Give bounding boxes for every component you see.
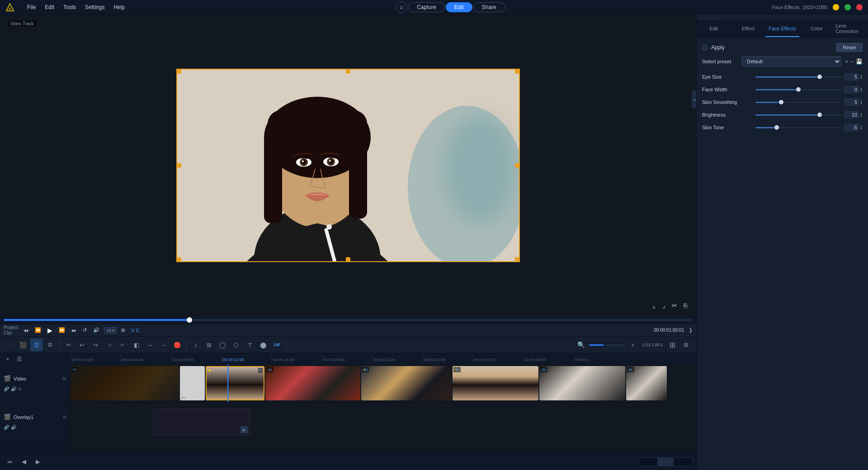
face-width-spin-down[interactable]: ▼ (860, 89, 863, 92)
tb-text[interactable]: T (244, 338, 256, 351)
overlay-clip1[interactable]: ↙ (153, 409, 250, 436)
tab-lens-correction[interactable]: Lens Correction (834, 20, 868, 37)
tb-gif[interactable]: GIF (271, 338, 283, 351)
menu-file[interactable]: File (24, 3, 39, 11)
scrubber-thumb[interactable] (187, 317, 192, 323)
tb-zoom-in[interactable]: + (627, 338, 639, 351)
menu-edit[interactable]: Edit (41, 3, 58, 11)
skin-smoothing-input[interactable] (844, 99, 859, 106)
timeline-add-btn[interactable]: + (3, 354, 13, 364)
timeline-layout-btn[interactable]: ☰ (14, 354, 24, 364)
brightness-track[interactable] (755, 114, 841, 116)
brightness-spin-down[interactable]: ▼ (860, 115, 863, 118)
tab-effect[interactable]: Effect (731, 20, 765, 37)
tb-settings2[interactable]: ⚙ (680, 338, 693, 351)
tb-trim-start[interactable]: ⊣ (103, 338, 116, 351)
nav-share[interactable]: Share (473, 2, 505, 12)
overlay-mute-icon[interactable]: 🔊 (11, 425, 16, 430)
reset-button[interactable]: Reset (836, 43, 863, 52)
handle-rm[interactable] (515, 163, 519, 168)
overlay-track-expand[interactable]: ⊞ (62, 414, 66, 419)
tb-timeline[interactable]: ☰ (30, 338, 43, 351)
handle-tl[interactable] (177, 69, 181, 74)
tb-undo[interactable]: ↩ (76, 338, 89, 351)
tb-media[interactable]: ⬛ (17, 338, 29, 351)
skin-tone-thumb[interactable] (774, 125, 779, 130)
bt-home[interactable]: ⏮ (4, 456, 16, 468)
skin-tone-track[interactable] (755, 127, 841, 128)
tb-circle[interactable]: ◯ (217, 338, 229, 351)
clip-white[interactable]: pro (180, 366, 205, 400)
preset-add-btn[interactable]: + (845, 58, 849, 65)
face-width-input[interactable] (844, 86, 859, 93)
skin-tone-spin-down[interactable]: ▼ (860, 127, 863, 130)
face-width-track[interactable] (755, 89, 841, 90)
btn-play[interactable]: ▶ (46, 326, 54, 335)
tb-cut[interactable]: ✂ (62, 338, 75, 351)
tb-view[interactable]: ⧉ (44, 338, 57, 351)
tb-zoom-out[interactable]: 🔍 (575, 338, 588, 351)
panel-collapse-handle[interactable]: ◀ (692, 90, 696, 108)
clip-hand[interactable]: 4x (626, 366, 667, 400)
timeline-minimap[interactable] (638, 457, 693, 466)
preview-copy[interactable]: ⎘ (682, 301, 689, 310)
tb-split[interactable]: ◧ (130, 338, 143, 351)
brightness-input[interactable] (844, 111, 859, 118)
skin-smoothing-spin-down[interactable]: ▼ (860, 102, 863, 105)
menu-tools[interactable]: Tools (60, 3, 80, 11)
tb-speed[interactable]: ↔ (144, 338, 156, 351)
playhead[interactable] (227, 364, 228, 402)
clip-candles[interactable]: 4x (71, 366, 179, 400)
handle-bm[interactable] (346, 257, 350, 262)
tb-hex[interactable]: ⬡ (230, 338, 243, 351)
preset-remove-btn[interactable]: − (850, 58, 854, 65)
nav-capture[interactable]: Capture (408, 2, 445, 12)
eye-size-input[interactable] (844, 73, 859, 80)
face-width-thumb[interactable] (796, 87, 801, 92)
preset-select[interactable]: Default (742, 56, 841, 66)
tb-redo[interactable]: ↪ (90, 338, 102, 351)
scrubber-track[interactable] (4, 319, 693, 321)
tb-trim-end[interactable]: ⊢ (117, 338, 129, 351)
win-maximize[interactable] (844, 4, 851, 10)
brightness-thumb[interactable] (817, 113, 822, 117)
bt-next[interactable]: ▶ (32, 456, 44, 468)
eye-size-thumb[interactable] (817, 75, 822, 79)
video-more-icon[interactable]: ⊞ (18, 386, 22, 391)
handle-tr[interactable] (515, 69, 519, 74)
handle-tm[interactable] (346, 69, 350, 74)
tb-mark-red[interactable]: 🔴 (171, 338, 184, 351)
preview-scissors[interactable]: ✂ (670, 301, 679, 310)
video-track-expand[interactable]: ⊞ (62, 376, 66, 381)
btn-loop[interactable]: ↺ (81, 326, 89, 334)
home-button[interactable]: ⌂ (396, 1, 407, 13)
handle-lm[interactable] (177, 163, 181, 168)
video-lock-icon[interactable]: 🔗 (4, 386, 9, 391)
tb-audio[interactable]: ♪ (189, 338, 202, 351)
btn-resize[interactable]: ⊞ (119, 327, 127, 334)
overlay-lock-icon[interactable]: 🔗 (4, 425, 9, 430)
handle-bl[interactable] (177, 257, 181, 262)
video-mute-icon[interactable]: 🔊 (11, 386, 16, 391)
eye-size-spin-down[interactable]: ▼ (860, 77, 863, 80)
btn-skip-fwd[interactable]: ⏭ (70, 327, 78, 334)
skin-smoothing-track[interactable] (755, 102, 841, 103)
tb-arrow[interactable]: → (157, 338, 170, 351)
tab-color[interactable]: Color (799, 20, 834, 37)
tb-grid[interactable]: ⊞ (203, 338, 216, 351)
btn-frame-fwd[interactable]: ⏩ (57, 326, 67, 334)
tb-add-track[interactable]: ⊞ (666, 338, 679, 351)
preset-save-btn[interactable]: 💾 (856, 58, 863, 65)
btn-skip-back[interactable]: ⏮ (22, 327, 30, 334)
apply-checkbox[interactable] (702, 45, 708, 50)
preview-bracket-right[interactable]: ⌟ (660, 301, 667, 310)
bt-prev[interactable]: ◀ (18, 456, 30, 468)
menu-settings[interactable]: Settings (81, 3, 108, 11)
clip-bottles[interactable]: ★ 4x (361, 366, 452, 400)
tab-face-effects[interactable]: Face Effects (765, 20, 800, 37)
eye-size-track[interactable] (755, 76, 841, 78)
clip-palette[interactable]: 4x (539, 366, 625, 400)
win-close[interactable] (856, 4, 863, 10)
nav-edit[interactable]: Edit (446, 2, 472, 12)
btn-volume[interactable]: 🔊 (91, 326, 101, 334)
